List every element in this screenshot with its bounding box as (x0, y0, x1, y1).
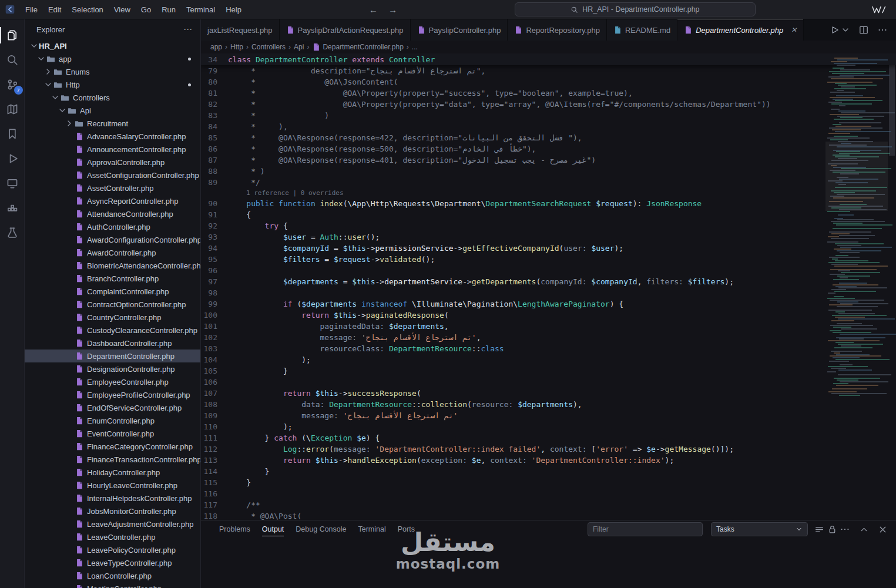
nav-back-icon[interactable]: ← (369, 5, 378, 15)
tree-item-BranchController.php[interactable]: BranchController.php (25, 272, 200, 285)
tree-item-AssetConfigurationController.php[interactable]: AssetConfigurationController.php (25, 169, 200, 182)
run-and-debug-icon[interactable] (0, 146, 25, 171)
codelens[interactable]: 1 reference | 0 overrides (201, 188, 896, 198)
tree-item-AuthController.php[interactable]: AuthController.php (25, 220, 200, 233)
tree-item-CountryController.php[interactable]: CountryController.php (25, 311, 200, 324)
tree-item-FinanceCategoryController.php[interactable]: FinanceCategoryController.php (25, 440, 200, 453)
explorer-more-icon[interactable]: ⋯ (183, 24, 192, 35)
explorer-icon[interactable] (0, 23, 25, 48)
tree-item-Api[interactable]: Api (25, 104, 200, 117)
scrollbar-thumb[interactable] (889, 55, 895, 156)
minimap[interactable] (825, 53, 888, 406)
tree-item-HolidayController.php[interactable]: HolidayController.php (25, 466, 200, 479)
tree-item-app[interactable]: app (25, 52, 200, 65)
tree-item-ContractOptionController.php[interactable]: ContractOptionController.php (25, 298, 200, 311)
tree-item-Controllers[interactable]: Controllers (25, 91, 200, 104)
tree-item-HR_API[interactable]: HR_API (25, 39, 200, 52)
menu-terminal[interactable]: Terminal (181, 3, 220, 16)
bookmarks-icon[interactable] (0, 122, 25, 146)
tree-item-DashboardController.php[interactable]: DashboardController.php (25, 337, 200, 350)
tree-item-InternalHelpdeskController.php[interactable]: InternalHelpdeskController.php (25, 492, 200, 505)
menu-run[interactable]: Run (156, 3, 181, 16)
close-tab-icon[interactable]: ✕ (791, 26, 797, 34)
tree-item-AdvanceSalaryController.php[interactable]: AdvanceSalaryController.php (25, 130, 200, 143)
tree-item-EventController.php[interactable]: EventController.php (25, 427, 200, 440)
tree-item-AttendanceController.php[interactable]: AttendanceController.php (25, 207, 200, 220)
tree-item-LeavePolicyController.php[interactable]: LeavePolicyController.php (25, 543, 200, 556)
tree-item-AwardConfigurationController.php[interactable]: AwardConfigurationController.php (25, 233, 200, 246)
minimap-slider[interactable] (825, 142, 888, 211)
tree-item-AnnouncementController.php[interactable]: AnnouncementController.php (25, 143, 200, 156)
menu-edit[interactable]: Edit (43, 3, 66, 16)
tab-PayslipController.php[interactable]: PayslipController.php (411, 19, 508, 41)
tree-item-FinanceTransactionController.php[interactable]: FinanceTransactionController.php (25, 453, 200, 466)
app-logo-icon[interactable] (0, 4, 20, 15)
run-file-icon[interactable] (829, 25, 850, 35)
breadcrumb-item[interactable]: Api (294, 43, 304, 51)
menu-go[interactable]: Go (136, 3, 156, 16)
tree-item-CustodyClearanceController.php[interactable]: CustodyClearanceController.php (25, 324, 200, 337)
maximize-panel-icon[interactable] (857, 523, 870, 536)
breadcrumb-item[interactable]: ... (412, 43, 418, 51)
tasks-dropdown[interactable]: Tasks (711, 522, 808, 536)
panel-tab-debug-console[interactable]: Debug Console (290, 520, 351, 538)
panel-tab-terminal[interactable]: Terminal (353, 520, 391, 538)
tree-item-LeaveAdjustmentController.php[interactable]: LeaveAdjustmentController.php (25, 518, 200, 530)
tree-item-EndOfServiceController.php[interactable]: EndOfServiceController.php (25, 401, 200, 414)
tree-item-AsyncReportController.php[interactable]: AsyncReportController.php (25, 194, 200, 207)
tree-item-Recruitment[interactable]: Recruitment (25, 117, 200, 130)
word-wrap-icon[interactable] (813, 523, 825, 536)
testing-icon[interactable] (0, 220, 25, 245)
editor-area[interactable]: 34class DepartmentController extends Con… (201, 53, 896, 520)
source-control-icon[interactable]: 7 (0, 72, 25, 97)
tree-item-HourlyLeaveController.php[interactable]: HourlyLeaveController.php (25, 479, 200, 492)
more-actions-icon[interactable] (838, 523, 851, 536)
tree-item-BiometricAttendanceController.php[interactable]: BiometricAttendanceController.php (25, 259, 200, 272)
menu-selection[interactable]: Selection (66, 3, 108, 16)
tree-item-EmployeeProfileController.php[interactable]: EmployeeProfileController.php (25, 388, 200, 401)
close-panel-icon[interactable] (876, 523, 889, 536)
tree-item-LeaveTypeController.php[interactable]: LeaveTypeController.php (25, 556, 200, 569)
containers-icon[interactable] (0, 196, 25, 220)
panel-tab-output[interactable]: Output (257, 520, 290, 538)
tab-PayslipDraftActionRequest.php[interactable]: PayslipDraftActionRequest.php (280, 19, 411, 41)
split-editor-icon[interactable] (858, 25, 869, 35)
panel-tab-problems[interactable]: Problems (214, 520, 256, 538)
tree-item-DepartmentController.php[interactable]: DepartmentController.php (25, 350, 200, 362)
tree-item-DesignationController.php[interactable]: DesignationController.php (25, 362, 200, 375)
tree-item-EnumController.php[interactable]: EnumController.php (25, 414, 200, 427)
panel-tab-ports[interactable]: Ports (392, 520, 420, 538)
tree-item-Http[interactable]: Http (25, 78, 200, 91)
editor-scrollbar[interactable] (888, 53, 896, 520)
menu-view[interactable]: View (109, 3, 136, 16)
more-actions-icon[interactable] (877, 25, 888, 35)
panel-filter-input[interactable] (588, 522, 703, 536)
menu-file[interactable]: File (20, 3, 43, 16)
tab-jaxListRequest.php[interactable]: jaxListRequest.php (201, 19, 280, 41)
tree-item-JobsMonitorController.php[interactable]: JobsMonitorController.php (25, 505, 200, 518)
tab-README.md[interactable]: README.md (607, 19, 677, 41)
tree-item-ApprovalController.php[interactable]: ApprovalController.php (25, 156, 200, 169)
tree-item-AwardController.php[interactable]: AwardController.php (25, 246, 200, 259)
map-icon[interactable] (0, 97, 25, 122)
search-icon[interactable] (0, 48, 25, 72)
remote-explorer-icon[interactable] (0, 171, 25, 196)
menu-help[interactable]: Help (220, 3, 247, 16)
tree-item-EmployeeController.php[interactable]: EmployeeController.php (25, 375, 200, 388)
tab-ReportRepository.php[interactable]: ReportRepository.php (508, 19, 607, 41)
tree-item-ComplaintController.php[interactable]: ComplaintController.php (25, 285, 200, 298)
tree-item-MeetingController.php[interactable]: MeetingController.php (25, 582, 200, 588)
tree-item-AssetController.php[interactable]: AssetController.php (25, 182, 200, 194)
code-area[interactable]: 79 * description="تم استرجاع الأقسام بنج… (201, 65, 896, 520)
tree-item-Enums[interactable]: Enums (25, 65, 200, 78)
breadcrumb-item[interactable]: DepartmentController.php (312, 43, 403, 51)
command-center[interactable]: HR_API - DepartmentController.php (515, 2, 756, 16)
nav-forward-icon[interactable]: → (388, 5, 397, 15)
tree-item-LeaveController.php[interactable]: LeaveController.php (25, 530, 200, 543)
lock-scroll-icon[interactable] (825, 523, 838, 536)
breadcrumb-item[interactable]: Http (230, 43, 243, 51)
tab-DepartmentController.php[interactable]: DepartmentController.php✕ (677, 19, 804, 41)
breadcrumb-item[interactable]: app (210, 43, 222, 51)
tree-item-LoanController.php[interactable]: LoanController.php (25, 569, 200, 582)
breadcrumb-item[interactable]: Controllers (251, 43, 286, 51)
